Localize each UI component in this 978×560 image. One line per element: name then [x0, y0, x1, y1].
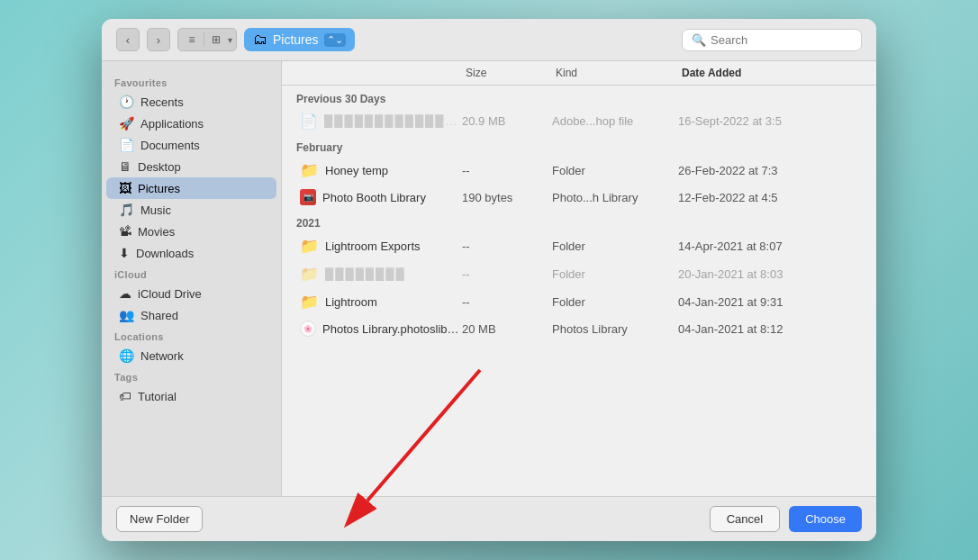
sidebar-item-icloud-drive[interactable]: ☁ iCloud Drive — [106, 283, 276, 304]
sidebar-item-desktop[interactable]: 🖥 Desktop — [106, 156, 276, 177]
table-row[interactable]: 📁 Honey temp -- Folder 26-Feb-2022 at 7:… — [285, 157, 873, 185]
search-input[interactable] — [711, 33, 852, 47]
file-date: 16-Sept-2022 at 3:5 — [678, 114, 858, 128]
file-date: 14-Apr-2021 at 8:07 — [678, 239, 858, 253]
file-size: 20.9 MB — [462, 114, 552, 128]
file-name: Honey temp — [325, 164, 388, 177]
file-kind: Folder — [552, 239, 678, 253]
file-name-cell: 📁 Honey temp — [300, 161, 462, 180]
file-date: 12-Feb-2022 at 4:5 — [678, 191, 858, 204]
file-size: 20 MB — [462, 322, 552, 336]
documents-icon: 📄 — [119, 138, 134, 152]
sidebar-item-documents[interactable]: 📄 Documents — [106, 134, 276, 156]
folder-icon: 🗂 — [253, 32, 267, 48]
file-dialog: ‹ › ≡ ⊞ ▾ 🗂 Pictures ⌃⌄ 🔍 Favourites — [102, 19, 876, 541]
sidebar-item-network[interactable]: 🌐 Network — [106, 345, 276, 366]
toolbar: ‹ › ≡ ⊞ ▾ 🗂 Pictures ⌃⌄ 🔍 — [102, 19, 876, 61]
section-2021: 2021 — [282, 210, 876, 232]
file-kind: Folder — [552, 164, 678, 177]
dialog-footer: New Folder Cancel Choose — [102, 496, 876, 541]
sidebar-item-downloads[interactable]: ⬇ Downloads — [106, 242, 276, 264]
file-size: -- — [462, 239, 552, 253]
file-kind: Photos Library — [552, 322, 678, 336]
shared-icon: 👥 — [119, 308, 134, 322]
sidebar-item-recents[interactable]: 🕐 Recents — [106, 91, 276, 113]
col-name — [296, 67, 466, 79]
music-label: Music — [140, 203, 171, 217]
network-label: Network — [140, 349, 184, 363]
file-list-area: Size Kind Date Added Previous 30 Days 📄 … — [282, 61, 876, 496]
file-name-cell: 📄 ████████████████ — [300, 113, 462, 130]
desktop-icon: 🖥 — [119, 159, 131, 174]
icloud-label: iCloud — [102, 264, 281, 283]
tags-label: Tags — [102, 366, 281, 385]
file-name: Photo Booth Library — [322, 191, 426, 204]
table-row[interactable]: 📁 ████████ -- Folder 20-Jan-2021 at 8:03 — [285, 260, 873, 288]
col-date: Date Added — [682, 67, 862, 79]
sidebar-item-music[interactable]: 🎵 Music — [106, 199, 276, 221]
grid-view-button[interactable]: ⊞ — [206, 31, 226, 49]
file-size: -- — [462, 267, 552, 281]
file-icon: 📄 — [300, 113, 318, 130]
location-button[interactable]: 🗂 Pictures ⌃⌄ — [244, 28, 355, 51]
cancel-button[interactable]: Cancel — [710, 506, 780, 532]
folder-icon: 📁 — [300, 161, 319, 180]
file-date: 20-Jan-2021 at 8:03 — [678, 267, 858, 281]
file-name: Photos Library.photoslibrary — [322, 322, 462, 336]
section-february: February — [282, 134, 876, 157]
table-row[interactable]: 🌸 Photos Library.photoslibrary 20 MB Pho… — [285, 316, 873, 341]
table-row[interactable]: 📁 Lightroom Exports -- Folder 14-Apr-202… — [285, 232, 873, 260]
tutorial-icon: 🏷 — [119, 389, 131, 403]
table-header: Size Kind Date Added — [282, 61, 876, 86]
file-size: -- — [462, 295, 552, 309]
locations-label: Locations — [102, 326, 281, 345]
choose-button[interactable]: Choose — [789, 506, 862, 532]
desktop-label: Desktop — [138, 160, 181, 174]
footer-actions: Cancel Choose — [710, 506, 862, 532]
new-folder-button[interactable]: New Folder — [116, 506, 203, 532]
folder-icon: 📁 — [300, 265, 319, 284]
applications-label: Applications — [140, 117, 204, 131]
file-name-cell: 📁 Lightroom Exports — [300, 237, 462, 256]
table-row[interactable]: 📷 Photo Booth Library 190 bytes Photo...… — [285, 185, 873, 210]
documents-label: Documents — [140, 139, 200, 152]
icloud-drive-label: iCloud Drive — [138, 287, 202, 301]
forward-button[interactable]: › — [147, 28, 170, 51]
downloads-label: Downloads — [136, 247, 194, 260]
file-name-cell: 📷 Photo Booth Library — [300, 189, 462, 205]
sidebar-item-tutorial[interactable]: 🏷 Tutorial — [106, 385, 276, 407]
folder-icon: 📁 — [300, 293, 319, 312]
view-chevron[interactable]: ▾ — [228, 35, 232, 45]
sidebar-item-shared[interactable]: 👥 Shared — [106, 304, 276, 326]
movies-icon: 📽 — [119, 224, 131, 239]
search-box: 🔍 — [682, 29, 862, 51]
table-row[interactable]: 📄 ████████████████ 20.9 MB Adobe...hop f… — [285, 108, 873, 134]
tutorial-label: Tutorial — [138, 390, 177, 403]
movies-label: Movies — [138, 225, 175, 239]
downloads-icon: ⬇ — [119, 246, 130, 260]
applications-icon: 🚀 — [119, 116, 134, 131]
network-icon: 🌐 — [119, 348, 134, 363]
sidebar-item-pictures[interactable]: 🖼 Pictures — [106, 177, 276, 199]
photos-library-icon: 🌸 — [300, 321, 316, 337]
file-table: Previous 30 Days 📄 ████████████████ 20.9… — [282, 86, 876, 496]
file-name: ████████ — [325, 267, 406, 281]
file-date: 04-Jan-2021 at 8:12 — [678, 322, 858, 336]
file-date: 04-Jan-2021 at 9:31 — [678, 295, 858, 309]
list-view-button[interactable]: ≡ — [182, 31, 202, 49]
recents-label: Recents — [140, 95, 184, 109]
table-row[interactable]: 📁 Lightroom -- Folder 04-Jan-2021 at 9:3… — [285, 288, 873, 316]
back-button[interactable]: ‹ — [116, 28, 140, 51]
file-kind: Adobe...hop file — [552, 114, 678, 128]
col-kind: Kind — [556, 67, 682, 79]
file-name-cell: 📁 Lightroom — [300, 293, 462, 312]
sidebar-item-movies[interactable]: 📽 Movies — [106, 221, 276, 242]
location-chevron-icon: ⌃⌄ — [324, 33, 346, 47]
dialog-body: Favourites 🕐 Recents 🚀 Applications 📄 Do… — [102, 61, 876, 496]
sidebar-item-applications[interactable]: 🚀 Applications — [106, 113, 276, 134]
music-icon: 🎵 — [119, 203, 134, 217]
view-toggle: ≡ ⊞ ▾ — [177, 28, 237, 51]
icloud-drive-icon: ☁ — [119, 286, 131, 301]
favourites-label: Favourites — [102, 72, 281, 91]
sidebar: Favourites 🕐 Recents 🚀 Applications 📄 Do… — [102, 61, 282, 496]
